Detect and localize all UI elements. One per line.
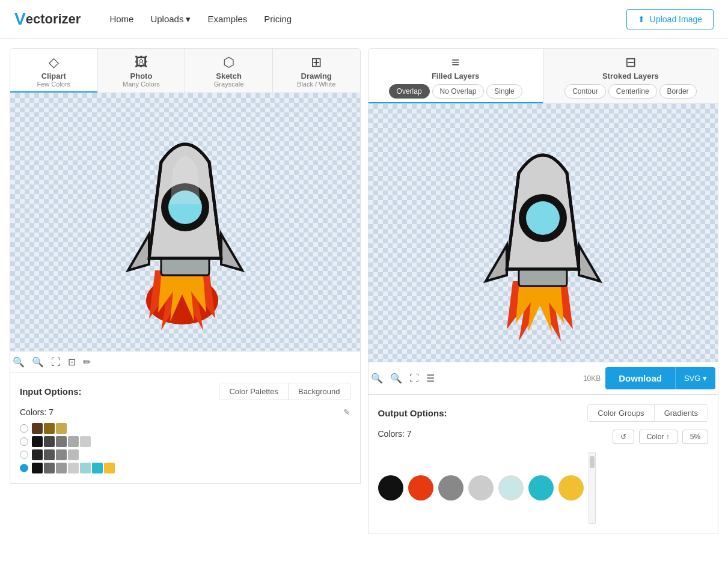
logo[interactable]: Vectorizer <box>14 10 81 29</box>
reset-colors-button[interactable]: ↺ <box>613 430 634 444</box>
download-button[interactable]: Download <box>605 367 675 389</box>
sketch-icon: ⬡ <box>223 55 234 70</box>
centerline-btn[interactable]: Centerline <box>608 84 657 99</box>
download-group: Download SVG ▾ <box>605 367 715 389</box>
output-color-light-gray[interactable] <box>468 475 494 501</box>
color-swatch[interactable] <box>32 423 43 434</box>
palette-row-3 <box>20 449 350 460</box>
left-panel: ◇ Clipart Few Colors 🖼 Photo Many Colors… <box>10 48 361 534</box>
color-swatch[interactable] <box>92 463 103 473</box>
palette-row-1 <box>20 423 350 434</box>
upload-icon: ⬆ <box>638 14 645 24</box>
output-options-title: Output Options: <box>378 408 447 418</box>
chevron-down-icon: ▾ <box>186 14 191 25</box>
zoom-in-icon[interactable]: 🔍 <box>13 356 25 368</box>
color-swatch[interactable] <box>104 463 115 473</box>
output-color-pale-cyan[interactable] <box>498 475 524 501</box>
border-btn[interactable]: Border <box>659 84 697 99</box>
download-format-button[interactable]: SVG ▾ <box>675 367 715 389</box>
navbar: Vectorizer Home Uploads ▾ Examples Prici… <box>0 0 728 38</box>
toolbar-right: 10KB Download SVG ▾ <box>583 367 715 389</box>
home-link[interactable]: Home <box>109 14 133 24</box>
output-options-header: Output Options: Color Groups Gradients <box>378 404 709 422</box>
output-color-yellow[interactable] <box>558 475 584 501</box>
color-swatch[interactable] <box>32 463 43 473</box>
output-zoom-in-icon[interactable]: 🔍 <box>371 373 383 384</box>
color-palettes-tab[interactable]: Color Palettes <box>219 383 289 400</box>
output-colors-section <box>378 452 709 524</box>
output-scrollbar[interactable] <box>589 452 596 524</box>
right-panel: ≡ Filled Layers Overlap No Overlap Singl… <box>368 48 719 534</box>
color-swatch[interactable] <box>68 449 79 460</box>
sort-colors-button[interactable]: Color ↑ <box>639 430 678 444</box>
palette-row-2 <box>20 436 350 447</box>
color-groups-tab[interactable]: Color Groups <box>588 405 654 421</box>
palette-radio-1[interactable] <box>20 424 28 433</box>
color-swatch[interactable] <box>32 449 43 460</box>
gradients-tab[interactable]: Gradients <box>655 405 708 421</box>
background-tab[interactable]: Background <box>289 383 349 400</box>
output-color-black[interactable] <box>378 475 403 501</box>
output-tabs-bar: ≡ Filled Layers Overlap No Overlap Singl… <box>368 48 719 104</box>
palette-row-4 <box>20 463 350 473</box>
output-color-orange-red[interactable] <box>408 475 433 501</box>
color-swatch[interactable] <box>44 463 55 473</box>
output-menu-icon[interactable]: ☰ <box>426 373 435 384</box>
palette-radio-3[interactable] <box>20 451 28 459</box>
overlap-btn[interactable]: Overlap <box>389 84 430 99</box>
color-swatch[interactable] <box>80 463 91 473</box>
output-colors-count: Colors: 7 <box>378 429 412 439</box>
color-swatch[interactable] <box>44 423 55 434</box>
output-toolbar: 🔍 🔍 ⛶ ☰ 10KB Download SVG ▾ <box>368 362 719 395</box>
contour-btn[interactable]: Contour <box>564 84 606 99</box>
main-content: ◇ Clipart Few Colors 🖼 Photo Many Colors… <box>0 38 728 534</box>
color-swatch[interactable] <box>56 423 67 434</box>
stroked-layers-icon: ⊟ <box>625 55 636 70</box>
output-zoom-out-icon[interactable]: 🔍 <box>390 373 402 384</box>
color-swatch[interactable] <box>56 436 67 447</box>
tab-stroked-layers[interactable]: ⊟ Stroked Layers Contour Centerline Bord… <box>543 49 718 103</box>
logo-rest: ectorizer <box>26 11 81 27</box>
tab-filled-layers[interactable]: ≡ Filled Layers Overlap No Overlap Singl… <box>369 49 543 103</box>
uploads-link[interactable]: Uploads ▾ <box>150 14 191 25</box>
output-image-area <box>368 104 719 362</box>
output-color-gray[interactable] <box>438 475 463 501</box>
palette-radio-4[interactable] <box>20 464 28 472</box>
color-swatch[interactable] <box>32 436 43 447</box>
tolerance-button[interactable]: 5% <box>682 430 708 444</box>
color-swatch[interactable] <box>56 463 67 473</box>
tab-photo[interactable]: 🖼 Photo Many Colors <box>98 49 186 93</box>
color-swatch[interactable] <box>44 449 55 460</box>
svg-rect-10 <box>519 269 567 286</box>
color-swatch[interactable] <box>80 436 91 447</box>
edit-colors-icon[interactable]: ✎ <box>343 407 350 417</box>
nav-links: Home Uploads ▾ Examples Pricing <box>109 14 626 25</box>
edit-icon[interactable]: ✏ <box>83 356 91 368</box>
zoom-out-icon[interactable]: 🔍 <box>32 356 44 368</box>
color-swatch[interactable] <box>68 463 79 473</box>
output-fullscreen-icon[interactable]: ⛶ <box>409 373 419 384</box>
input-options-title: Input Options: <box>20 386 81 397</box>
examples-link[interactable]: Examples <box>207 14 247 24</box>
output-controls: ↺ Color ↑ 5% <box>613 430 708 444</box>
output-options-tabs: Color Groups Gradients <box>587 404 708 422</box>
upload-image-button[interactable]: ⬆ Upload Image <box>626 9 714 29</box>
colors-label-row: Colors: 7 ✎ <box>20 407 350 417</box>
tab-clipart[interactable]: ◇ Clipart Few Colors <box>10 49 98 93</box>
pricing-link[interactable]: Pricing <box>264 14 292 24</box>
output-color-cyan[interactable] <box>528 475 554 501</box>
drawing-icon: ⊞ <box>311 55 322 70</box>
color-swatch[interactable] <box>68 436 79 447</box>
tab-sketch[interactable]: ⬡ Sketch Grayscale <box>185 49 273 93</box>
file-size-label: 10KB <box>583 374 601 383</box>
color-swatch[interactable] <box>56 449 67 460</box>
no-overlap-btn[interactable]: No Overlap <box>432 84 485 99</box>
palette-radio-2[interactable] <box>20 437 28 446</box>
rocket-svg-left <box>83 114 287 330</box>
fullscreen-icon[interactable]: ⛶ <box>51 357 61 368</box>
color-swatch[interactable] <box>44 436 55 447</box>
tab-drawing[interactable]: ⊞ Drawing Black / White <box>273 49 360 93</box>
crop-icon[interactable]: ⊡ <box>68 356 76 368</box>
single-btn[interactable]: Single <box>486 84 522 99</box>
svg-point-9 <box>526 201 560 235</box>
